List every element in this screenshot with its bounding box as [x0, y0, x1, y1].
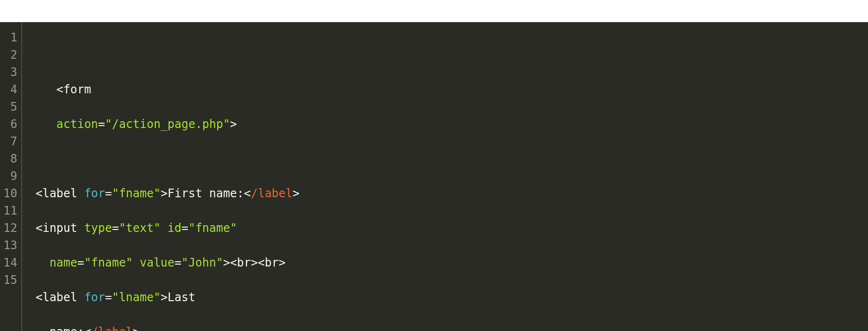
code-token: "	[84, 256, 91, 269]
line-number: 11	[3, 202, 17, 219]
code-token: =	[77, 256, 84, 269]
code-token: >	[230, 117, 237, 131]
code-token: /label	[91, 325, 133, 331]
code-token: "	[154, 291, 161, 304]
code-token	[161, 221, 167, 235]
line-number: 15	[3, 271, 17, 289]
line-number-gutter: 1 2 3 4 5 6 7 8 9 10 11 12 13 14 15	[0, 22, 22, 331]
code-token	[133, 256, 139, 269]
code-line[interactable]	[36, 46, 855, 64]
code-token	[36, 256, 50, 269]
line-number: 14	[3, 254, 17, 271]
code-token	[77, 221, 84, 235]
code-token: >	[293, 187, 299, 200]
line-number: 3	[3, 64, 17, 81]
line-number: 10	[3, 185, 17, 202]
code-token: =	[105, 187, 112, 200]
code-token: <	[36, 291, 42, 304]
code-token: <	[84, 325, 91, 331]
code-token: for	[84, 187, 105, 200]
code-token: <br>	[230, 256, 258, 269]
code-token: "	[112, 291, 119, 304]
code-token: >	[161, 187, 167, 200]
code-line[interactable]: action="/action_page.php">	[36, 115, 855, 133]
line-number: 9	[3, 167, 17, 185]
code-line[interactable]	[36, 150, 855, 167]
code-token: >	[161, 291, 167, 304]
code-line[interactable]: <input type="text" id="fname"	[36, 219, 855, 237]
code-token: form	[63, 83, 91, 96]
code-token	[36, 325, 50, 331]
code-line[interactable]: <label for="fname">First name:</label>	[36, 185, 855, 202]
code-token: "	[154, 187, 161, 200]
code-token: name	[50, 256, 77, 269]
line-number: 7	[3, 133, 17, 150]
code-token: <	[244, 187, 251, 200]
code-line[interactable]: name:</label>	[36, 323, 855, 331]
code-token: lname	[119, 291, 153, 304]
code-token: "	[154, 221, 161, 235]
code-token: <	[36, 221, 42, 235]
code-token: input	[42, 221, 77, 235]
code-token	[36, 117, 56, 131]
line-number: 6	[3, 115, 17, 133]
line-number: 4	[3, 81, 17, 98]
code-token: "	[188, 221, 195, 235]
code-token: "	[112, 187, 119, 200]
code-token: name:	[50, 325, 84, 331]
code-token: "	[105, 117, 112, 131]
line-number: 8	[3, 150, 17, 167]
code-token: /label	[251, 187, 293, 200]
code-token: =	[174, 256, 181, 269]
code-area[interactable]: <form action="/action_page.php"> <label …	[22, 22, 868, 331]
code-token: "	[119, 221, 125, 235]
code-token: fname	[91, 256, 126, 269]
code-editor[interactable]: 1 2 3 4 5 6 7 8 9 10 11 12 13 14 15 <for…	[0, 22, 868, 331]
code-token: >	[223, 256, 230, 269]
code-line[interactable]: name="fname" value="John"><br><br>	[36, 254, 855, 271]
code-token: =	[98, 117, 105, 131]
code-token	[77, 187, 84, 200]
code-token: text	[126, 221, 154, 235]
code-line[interactable]: <form	[36, 81, 855, 98]
code-token: >	[133, 325, 139, 331]
code-token: First name:	[168, 187, 244, 200]
code-token: =	[181, 221, 188, 235]
code-token	[77, 291, 84, 304]
line-number: 12	[3, 219, 17, 237]
code-token: "	[230, 221, 237, 235]
code-token	[36, 83, 56, 96]
code-token: =	[105, 291, 112, 304]
code-token: <br>	[258, 256, 285, 269]
line-number: 2	[3, 46, 17, 64]
code-token: fname	[195, 221, 230, 235]
code-token: "	[223, 117, 230, 131]
window-top-gap	[0, 0, 868, 22]
code-token: label	[42, 187, 77, 200]
code-token: /action_page.php	[112, 117, 223, 131]
code-token: action	[56, 117, 98, 131]
code-token: type	[84, 221, 112, 235]
code-token: "	[126, 256, 133, 269]
line-number: 5	[3, 98, 17, 115]
code-token: =	[112, 221, 119, 235]
code-token: <	[56, 83, 63, 96]
line-number: 13	[3, 237, 17, 254]
code-token: <	[36, 187, 42, 200]
code-token: label	[42, 291, 77, 304]
code-token: "	[181, 256, 188, 269]
line-number: 1	[3, 29, 17, 46]
code-token: fname	[119, 187, 153, 200]
code-token: Last	[168, 291, 196, 304]
code-token: id	[168, 221, 182, 235]
code-line[interactable]: <label for="lname">Last	[36, 289, 855, 306]
code-token: "	[216, 256, 223, 269]
code-token: John	[188, 256, 216, 269]
code-token: value	[140, 256, 174, 269]
code-token: for	[84, 291, 105, 304]
